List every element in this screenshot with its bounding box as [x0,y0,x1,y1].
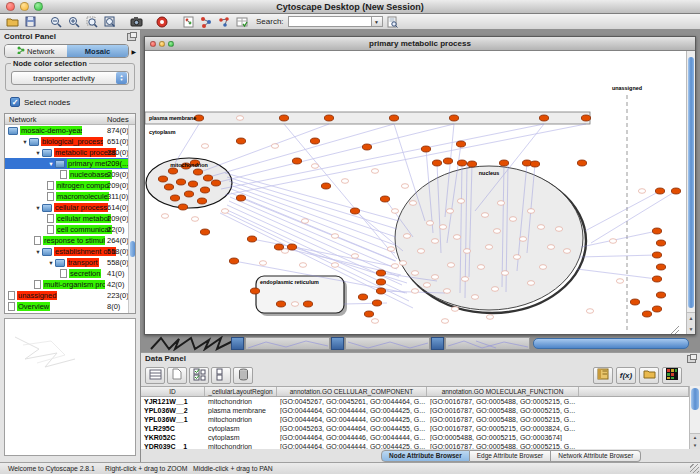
zoom-in-button[interactable] [66,15,82,29]
network-node[interactable] [197,198,206,204]
tree-row[interactable]: cellular metabol209(0) [5,213,135,224]
save-session-button[interactable] [22,15,38,29]
table-cell[interactable]: mitochondrion [205,398,277,405]
network-node-small[interactable] [391,209,398,214]
tree-scrollbar[interactable] [128,125,135,313]
table-cell[interactable]: [GO:0016787, GO:0005215, GO:0003824, G..… [427,425,579,432]
network-node-small[interactable] [451,307,458,312]
network-node-small[interactable] [439,225,446,230]
network-node[interactable] [372,300,381,306]
network-node[interactable] [200,187,209,193]
tree-row[interactable]: nitrogen compo209(0) [5,180,135,191]
open-session-button[interactable] [4,15,20,29]
network-node-small[interactable] [371,319,378,324]
network-node-small[interactable] [417,249,424,254]
network-node[interactable] [324,115,333,121]
tree-row[interactable]: ▼transport558(0) [5,257,135,268]
table-cell[interactable]: [GO:0016787, GO:0005488, GO:0005215, G..… [427,407,579,414]
network-node[interactable] [211,180,220,186]
table-cell[interactable]: mitochondrion [205,416,277,423]
network-node-small[interactable] [331,263,338,268]
help-button[interactable] [154,15,170,29]
background-window-button[interactable] [331,337,344,350]
network-node-small[interactable] [446,209,453,214]
network-node[interactable] [292,158,301,164]
network-node[interactable] [530,161,539,167]
tree-row[interactable]: secretion41(0) [5,268,135,279]
table-cell[interactable]: [GO:0045267, GO:0045261, GO:0044464, G..… [277,398,427,405]
heatmap-button[interactable] [662,367,682,384]
network-node-small[interactable] [497,201,504,206]
quick-find-config-button[interactable] [385,15,401,29]
network-node-small[interactable] [443,289,450,294]
network-node-small[interactable] [291,302,298,307]
network-node[interactable] [358,294,367,300]
network-node[interactable] [274,244,283,250]
background-window-button[interactable] [231,337,244,350]
background-window[interactable] [245,337,330,350]
tree-row[interactable]: nucleobase-209(0) [5,169,135,180]
network-node-small[interactable] [638,189,645,194]
network-node[interactable] [170,195,179,201]
network-node[interactable] [652,228,661,234]
network-node-small[interactable] [555,227,562,232]
network-node[interactable] [250,288,259,294]
network-node-small[interactable] [411,289,418,294]
select-nodes-checkbox[interactable]: ✓ [10,97,20,107]
network-node[interactable] [499,160,508,166]
table-cell[interactable]: mitochondrion [205,443,277,449]
network-node[interactable] [350,208,359,214]
tree-row[interactable]: ▼biological_process651(0) [5,136,135,147]
network-graph[interactable]: plasma membranecytoplasmmitochondrionnuc… [145,51,686,334]
network-node[interactable] [229,258,238,264]
network-node[interactable] [671,188,680,194]
attribute-table-button[interactable] [145,367,165,384]
network-node[interactable] [176,179,185,185]
tree-row[interactable]: response to stimulu264(0) [5,235,135,246]
background-window-button[interactable] [431,337,444,350]
table-cell[interactable]: YDR039C__1 [141,443,205,449]
network-node-small[interactable] [431,239,438,244]
network-node[interactable] [247,236,256,242]
table-cell[interactable]: [GO:0016787, GO:0005488, GO:0005215, G..… [427,416,579,423]
network-node[interactable] [279,115,288,121]
network-node-small[interactable] [539,265,546,270]
network-node-small[interactable] [191,217,198,222]
network-node[interactable] [276,301,285,307]
network-node-small[interactable] [563,249,570,254]
zoom-selected-button[interactable] [84,15,100,29]
tab-overflow-icon[interactable]: ▶ [131,48,136,55]
network-node-small[interactable] [201,144,208,149]
network-node[interactable] [642,311,651,317]
canvas-vertical-scrollbar[interactable]: ▲ ▼ [686,51,695,334]
background-window[interactable] [445,337,530,350]
network-node-small[interactable] [616,279,623,284]
network-node[interactable] [168,168,177,174]
network-node-small[interactable] [486,315,493,320]
network-node-small[interactable] [426,221,433,226]
table-cell[interactable]: [GO:0005488, GO:0005215, GO:0003674] [427,434,579,441]
table-row[interactable]: YKR052Ccytoplasm[GO:0044464, GO:0044446,… [141,433,689,442]
network-node-small[interactable] [453,235,460,240]
zoom-button[interactable] [168,41,174,47]
network-node[interactable] [236,138,245,144]
network-node-small[interactable] [527,281,534,286]
network-node-small[interactable] [519,237,526,242]
table-cell[interactable]: cytoplasm [205,434,277,441]
expander-icon[interactable]: ▼ [34,150,42,156]
network-node-small[interactable] [371,169,378,174]
network-node-small[interactable] [447,263,454,268]
birds-eye-view[interactable] [4,318,136,456]
network-node[interactable] [456,141,465,147]
network-node-small[interactable] [311,164,318,169]
network-node-small[interactable] [301,219,308,224]
network-node[interactable] [376,288,385,294]
tree-row[interactable]: ▼primary metabo209(... [5,158,135,169]
network-node-small[interactable] [485,245,492,250]
tree-row[interactable]: macromolecule311(0) [5,191,135,202]
network-node-small[interactable] [403,234,410,239]
network-node[interactable] [389,115,398,121]
node-color-dropdown[interactable]: transporter activity ▲ ▼ [11,71,129,85]
network-node-small[interactable] [501,271,508,276]
expander-icon[interactable]: ▼ [47,161,55,167]
